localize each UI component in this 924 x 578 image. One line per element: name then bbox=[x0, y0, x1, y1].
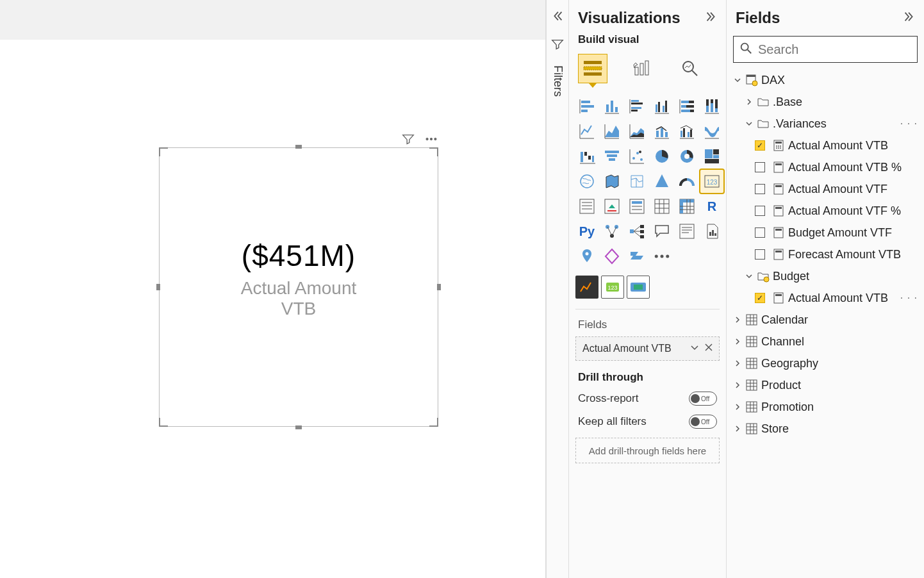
table-channel[interactable]: Channel bbox=[730, 331, 921, 352]
stacked-area-icon[interactable] bbox=[625, 120, 648, 143]
map-icon[interactable] bbox=[575, 170, 598, 193]
filters-pane-collapsed[interactable]: Filters bbox=[546, 0, 569, 578]
arcgis-icon[interactable] bbox=[575, 245, 598, 268]
table-calendar[interactable]: Calendar bbox=[730, 309, 921, 331]
resize-handle-right[interactable] bbox=[437, 284, 441, 290]
table-product[interactable]: Product bbox=[730, 374, 921, 396]
checkbox[interactable] bbox=[755, 184, 765, 194]
field-pill[interactable]: Actual Amount VTB bbox=[575, 336, 720, 361]
chevron-down-icon[interactable] bbox=[743, 270, 755, 282]
line-chart-icon[interactable] bbox=[575, 120, 598, 143]
visual-frame[interactable]: ($451M) Actual Amount VTB bbox=[159, 147, 438, 427]
clustered-bar-icon[interactable] bbox=[625, 95, 648, 118]
format-tab[interactable] bbox=[627, 54, 656, 83]
card-icon[interactable]: 123 bbox=[700, 170, 723, 193]
chevron-right-icon[interactable] bbox=[732, 314, 743, 326]
card-visual-container[interactable]: ($451M) Actual Amount VTB bbox=[159, 147, 438, 427]
measure-budget-amount-vtf[interactable]: Budget Amount VTF bbox=[730, 222, 921, 244]
chevron-right-icon[interactable] bbox=[732, 336, 743, 347]
search-input[interactable] bbox=[758, 42, 920, 57]
chevron-down-icon[interactable] bbox=[732, 74, 743, 86]
more-icon[interactable] bbox=[424, 132, 438, 149]
decomposition-tree-icon[interactable] bbox=[625, 220, 648, 243]
clustered-column-icon[interactable] bbox=[650, 95, 673, 118]
measure-budget-actual-amount-vtb[interactable]: Actual Amount VTB · · · bbox=[730, 287, 921, 309]
r-visual-icon[interactable]: R bbox=[700, 195, 723, 218]
chevron-right-icon[interactable] bbox=[732, 358, 743, 369]
table-geography[interactable]: Geography bbox=[730, 352, 921, 374]
table-store[interactable]: Store bbox=[730, 418, 921, 440]
area-chart-icon[interactable] bbox=[600, 120, 623, 143]
canvas-page[interactable]: ($451M) Actual Amount VTB bbox=[0, 40, 545, 578]
paginated-report-icon[interactable] bbox=[700, 220, 723, 243]
measure-actual-amount-vtb[interactable]: Actual Amount VTB bbox=[730, 135, 921, 156]
expand-filters-icon[interactable] bbox=[550, 9, 565, 26]
funnel-icon[interactable] bbox=[600, 145, 623, 168]
custom-visual-2-icon[interactable]: 123 bbox=[601, 276, 624, 299]
line-stacked-column-icon[interactable] bbox=[650, 120, 673, 143]
ribbon-chart-icon[interactable] bbox=[700, 120, 723, 143]
filter-icon[interactable] bbox=[401, 132, 415, 149]
resize-handle-bl[interactable] bbox=[159, 418, 168, 427]
stacked-column-100-icon[interactable] bbox=[700, 95, 723, 118]
resize-handle-top[interactable] bbox=[295, 145, 302, 149]
python-visual-icon[interactable]: Py bbox=[575, 220, 598, 243]
chevron-down-icon[interactable] bbox=[686, 342, 700, 355]
cross-report-toggle[interactable]: Off bbox=[689, 392, 717, 406]
measure-actual-amount-vtb-pct[interactable]: Actual Amount VTB % bbox=[730, 156, 921, 178]
folder-variances[interactable]: .Variances · · · bbox=[730, 113, 921, 135]
resize-handle-tr[interactable] bbox=[429, 147, 438, 156]
measure-actual-amount-vtf-pct[interactable]: Actual Amount VTF % bbox=[730, 200, 921, 222]
line-clustered-column-icon[interactable] bbox=[675, 120, 698, 143]
folder-base[interactable]: .Base bbox=[730, 91, 921, 113]
donut-icon[interactable] bbox=[675, 145, 698, 168]
collapse-fields-icon[interactable] bbox=[902, 10, 916, 26]
scatter-icon[interactable] bbox=[625, 145, 648, 168]
chevron-down-icon[interactable] bbox=[743, 118, 755, 129]
custom-visual-1-icon[interactable] bbox=[575, 276, 598, 299]
filled-map-icon[interactable] bbox=[600, 170, 623, 193]
kpi-icon[interactable] bbox=[600, 195, 623, 218]
chevron-right-icon[interactable] bbox=[743, 96, 755, 108]
report-canvas[interactable]: ($451M) Actual Amount VTB bbox=[0, 0, 546, 578]
powerapps-icon[interactable] bbox=[600, 245, 623, 268]
drill-through-dropzone[interactable]: Add drill-through fields here bbox=[575, 438, 720, 463]
measure-forecast-amount-vtb[interactable]: Forecast Amount VTB bbox=[730, 244, 921, 265]
checkbox[interactable] bbox=[755, 293, 765, 303]
more-icon[interactable]: · · · bbox=[900, 292, 918, 304]
table-icon[interactable] bbox=[650, 195, 673, 218]
analytics-tab[interactable] bbox=[675, 54, 705, 83]
checkbox[interactable] bbox=[755, 227, 765, 238]
table-promotion[interactable]: Promotion bbox=[730, 396, 921, 418]
azure-map-icon[interactable] bbox=[650, 170, 673, 193]
checkbox[interactable] bbox=[755, 206, 765, 216]
get-more-visuals-icon[interactable] bbox=[650, 245, 673, 268]
checkbox[interactable] bbox=[755, 249, 765, 260]
custom-visual-3-icon[interactable] bbox=[627, 276, 650, 299]
measure-actual-amount-vtf[interactable]: Actual Amount VTF bbox=[730, 178, 921, 200]
collapse-viz-icon[interactable] bbox=[704, 10, 718, 26]
gauge-icon[interactable] bbox=[675, 170, 698, 193]
treemap-icon[interactable] bbox=[700, 145, 723, 168]
multirow-card-icon[interactable] bbox=[575, 195, 598, 218]
chevron-right-icon[interactable] bbox=[732, 401, 743, 413]
checkbox[interactable] bbox=[755, 162, 765, 172]
keep-filters-toggle[interactable]: Off bbox=[689, 415, 717, 429]
matrix-icon[interactable] bbox=[675, 195, 698, 218]
resize-handle-br[interactable] bbox=[429, 418, 438, 427]
remove-field-icon[interactable] bbox=[700, 342, 714, 355]
folder-budget[interactable]: Budget bbox=[730, 265, 921, 287]
stacked-bar-100-icon[interactable] bbox=[675, 95, 698, 118]
build-tab[interactable] bbox=[578, 54, 607, 83]
search-box[interactable] bbox=[733, 36, 918, 63]
more-icon[interactable]: · · · bbox=[900, 118, 918, 129]
smart-narrative-icon[interactable] bbox=[675, 220, 698, 243]
resize-handle-tl[interactable] bbox=[159, 147, 168, 156]
checkbox[interactable] bbox=[755, 140, 765, 151]
resize-handle-left[interactable] bbox=[156, 284, 160, 290]
stacked-column-icon[interactable] bbox=[600, 95, 623, 118]
power-automate-icon[interactable] bbox=[625, 245, 648, 268]
chevron-right-icon[interactable] bbox=[732, 379, 743, 391]
resize-handle-bottom[interactable] bbox=[295, 425, 302, 429]
table-dax[interactable]: DAX bbox=[730, 69, 921, 91]
